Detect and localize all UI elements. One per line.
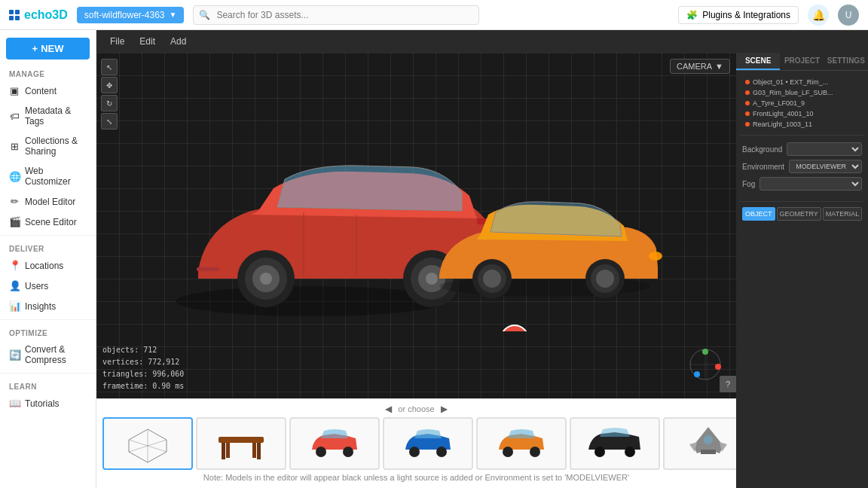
svg-rect-37 <box>222 443 225 459</box>
sidebar-item-users[interactable]: 👤 Users <box>0 276 96 296</box>
thumbnail-4[interactable] <box>383 417 473 470</box>
strip-nav: ◀ or choose ▶ <box>96 402 736 417</box>
content-icon: ▣ <box>9 85 20 96</box>
sidebar-item-locations[interactable]: 📍 Locations <box>0 255 96 276</box>
sidebar-item-web-customizer[interactable]: 🌐 Web Customizer <box>0 161 96 191</box>
sidebar-item-tutorials[interactable]: 📖 Tutorials <box>0 393 96 413</box>
chevron-down-icon: ▼ <box>170 11 177 19</box>
scene-dot-4 <box>745 111 750 116</box>
plugins-button[interactable]: 🧩 Plugins & Integrations <box>678 6 799 24</box>
thumb-black-car-svg <box>585 423 645 465</box>
tool-select[interactable]: ↖ <box>101 59 118 75</box>
viewport-stats: objects: 712 vertices: 772,912 triangles… <box>102 344 184 392</box>
edit-icon: ✏ <box>9 196 20 207</box>
thumbnail-3[interactable] <box>289 417 380 470</box>
env-background-select[interactable] <box>787 142 862 156</box>
nav-collections-label: Collections & Sharing <box>25 136 87 157</box>
convert-icon: 🔄 <box>9 349 20 361</box>
env-row-environment: Environment MODELVIEWER <box>742 160 862 173</box>
content-area: File Edit Add <box>96 30 868 488</box>
thumb-blue-car-svg <box>398 423 458 465</box>
notification-button[interactable]: 🔔 <box>808 5 829 26</box>
camera-chevron-icon: ▼ <box>715 62 723 71</box>
thumbnail-7[interactable] <box>663 417 736 470</box>
nav-scene-label: Scene Editor <box>25 217 77 227</box>
sidebar-item-model-editor[interactable]: ✏ Model Editor <box>0 191 96 212</box>
help-button[interactable]: ? <box>720 376 736 392</box>
svg-point-46 <box>530 447 540 457</box>
tool-move[interactable]: ✥ <box>101 77 118 93</box>
thumb-wireframe-svg <box>118 423 178 465</box>
sidebar-item-content[interactable]: ▣ Content <box>0 81 96 101</box>
scene-item-4[interactable]: FrontLight_4001_10 <box>742 108 862 119</box>
tab-scene[interactable]: SCENE <box>736 53 780 70</box>
nav-tutorials-label: Tutorials <box>25 398 60 409</box>
scene-dot-2 <box>745 90 750 95</box>
tutorials-icon: 📖 <box>9 398 20 409</box>
env-environment-select[interactable]: MODELVIEWER <box>789 160 862 173</box>
viewport-tools: ↖ ✥ ↻ ⤡ <box>101 59 118 130</box>
scene-item-5[interactable]: RearLight_1003_11 <box>742 119 862 130</box>
svg-rect-17 <box>197 267 219 271</box>
stat-objects: objects: 712 <box>102 344 184 356</box>
thumb-spaceship1-svg <box>678 423 736 465</box>
manage-section-label: MANAGE <box>0 64 96 81</box>
3d-viewport[interactable]: GT-R <box>96 53 736 398</box>
web-icon: 🌐 <box>9 171 20 182</box>
svg-point-15 <box>501 325 528 331</box>
thumbnail-2[interactable] <box>196 417 286 470</box>
scene-item-2[interactable]: G03_Rim_blue_LF_SUB... <box>742 87 862 98</box>
learn-section-label: LEARN <box>0 377 96 393</box>
topbar: echo3D soft-wildflower-4363 ▼ 🔍 🧩 Plugin… <box>0 0 868 30</box>
tool-rotate[interactable]: ↻ <box>101 95 118 111</box>
workspace-dropdown[interactable]: soft-wildflower-4363 ▼ <box>77 7 185 23</box>
thumbnail-5[interactable] <box>476 417 567 470</box>
sidebar-item-scene-editor[interactable]: 🎬 Scene Editor <box>0 212 96 232</box>
plugins-label: Plugins & Integrations <box>702 10 790 20</box>
stat-triangles: triangles: 996,060 <box>102 368 184 380</box>
obj-tab-material[interactable]: MATERIAL <box>823 207 862 221</box>
strip-or-label: or choose <box>398 404 434 413</box>
strip-prev-button[interactable]: ◀ <box>385 404 392 414</box>
avatar[interactable]: U <box>838 5 859 26</box>
panel-tabs: SCENE PROJECT SETTINGS <box>736 53 868 71</box>
tool-scale[interactable]: ⤡ <box>101 113 118 130</box>
metadata-icon: 🏷 <box>9 111 20 122</box>
nav-convert-label: Convert & Compress <box>25 344 87 365</box>
env-fog-select[interactable] <box>760 177 862 191</box>
svg-point-44 <box>436 447 447 457</box>
tab-settings[interactable]: SETTINGS <box>824 53 868 70</box>
thumbnail-1[interactable] <box>102 417 193 470</box>
menu-file[interactable]: File <box>102 30 132 53</box>
sidebar: + NEW MANAGE ▣ Content 🏷 Metadata & Tags… <box>0 30 96 488</box>
deliver-section-label: DELIVER <box>0 239 96 255</box>
obj-tab-object[interactable]: OBJECT <box>742 207 775 221</box>
editor-area: GT-R <box>96 53 868 488</box>
thumb-orange-car-svg <box>491 423 552 465</box>
thumbnail-6[interactable] <box>570 417 660 470</box>
viewport-nav <box>686 346 724 383</box>
strip-next-button[interactable]: ▶ <box>441 404 448 414</box>
sidebar-item-collections[interactable]: ⊞ Collections & Sharing <box>0 131 96 161</box>
camera-label: CAMERA <box>677 62 712 71</box>
camera-button[interactable]: CAMERA ▼ <box>670 59 730 74</box>
svg-point-8 <box>426 273 438 285</box>
svg-point-42 <box>343 447 353 457</box>
scene-tree: Object_01 • EXT_Rim_... G03_Rim_blue_LF_… <box>739 74 865 133</box>
new-button[interactable]: + NEW <box>6 38 90 59</box>
scene-item-3[interactable]: A_Tyre_LF001_9 <box>742 98 862 108</box>
tab-project[interactable]: PROJECT <box>780 53 824 70</box>
menu-add[interactable]: Add <box>163 30 194 53</box>
sidebar-item-convert[interactable]: 🔄 Convert & Compress <box>0 340 96 370</box>
search-input[interactable] <box>193 5 479 25</box>
sidebar-item-insights[interactable]: 📊 Insights <box>0 296 96 316</box>
obj-tab-geometry[interactable]: GEOMETRY <box>777 207 821 221</box>
svg-point-29 <box>702 349 708 355</box>
menu-edit[interactable]: Edit <box>132 30 163 53</box>
scene-item-1[interactable]: Object_01 • EXT_Rim_... <box>742 77 862 87</box>
scene-item-text-4: FrontLight_4001_10 <box>753 110 814 117</box>
sidebar-item-metadata[interactable]: 🏷 Metadata & Tags <box>0 101 96 131</box>
scene-dot-1 <box>745 80 750 84</box>
location-icon: 📍 <box>9 260 20 271</box>
avatar-text: U <box>845 10 852 20</box>
